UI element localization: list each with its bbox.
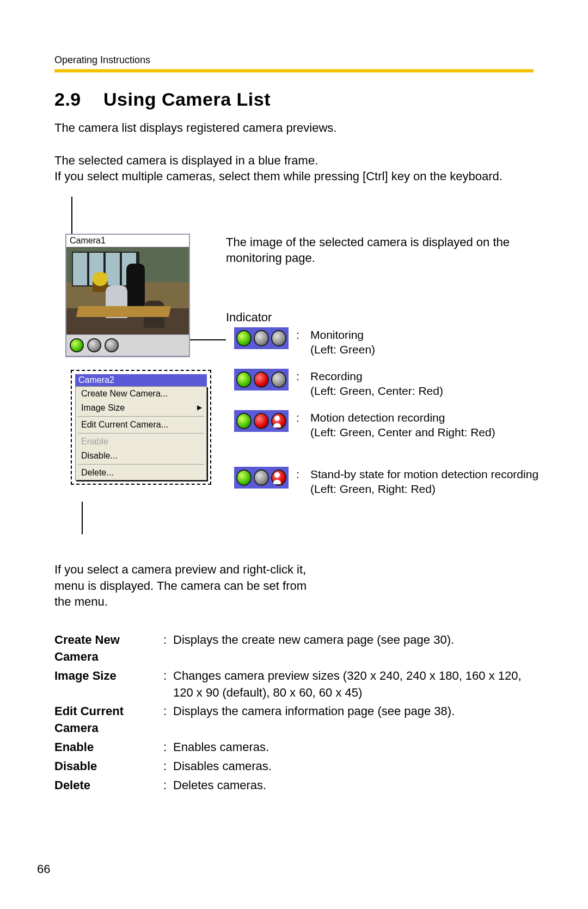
def-term: Disable — [54, 758, 163, 775]
colon: : — [163, 703, 173, 737]
def-row-disable: Disable : Disables cameras. — [54, 758, 534, 775]
indicator-row-standby: : Stand-by state for motion detection re… — [234, 467, 539, 497]
indicator-detail: (Left: Green, Center: Red) — [310, 385, 443, 397]
menu-image-size[interactable]: Image Size ▶ — [76, 401, 206, 415]
indicator-swatch-monitoring — [234, 327, 289, 349]
indicator-swatch-recording — [234, 369, 289, 391]
colon: : — [163, 777, 173, 794]
menu-enable[interactable]: Enable — [76, 435, 206, 449]
indicator-name: Monitoring — [310, 328, 364, 341]
colon: : — [163, 632, 173, 666]
def-desc: Displays the create new camera page (see… — [173, 632, 534, 666]
dot-red-person-icon — [271, 413, 286, 429]
indicator-detail: (Left: Green, Center and Right: Red) — [310, 426, 495, 438]
colon: : — [296, 410, 303, 425]
def-row-create: Create New Camera : Displays the create … — [54, 632, 534, 666]
paragraph-2: The selected camera is displayed in a bl… — [54, 152, 534, 185]
para2-line2: If you select multiple cameras, select t… — [54, 169, 503, 183]
menu-separator — [76, 464, 206, 465]
indicator-desc-monitoring: Monitoring (Left: Green) — [310, 327, 539, 357]
indicator-swatch-motion — [234, 410, 289, 432]
colon: : — [296, 467, 303, 481]
indicator-swatch-standby — [234, 467, 289, 489]
camera1-thumbnail[interactable] — [66, 247, 189, 335]
menu-delete[interactable]: Delete... — [76, 466, 206, 480]
thumb-plant — [93, 272, 108, 292]
def-desc: Displays the camera information page (se… — [173, 703, 534, 737]
dot-green-icon — [236, 330, 252, 346]
figure-area: Camera1 Camera2 Create New Camera... — [54, 197, 534, 551]
def-term: Enable — [54, 739, 163, 756]
dot-green-icon — [236, 469, 252, 486]
indicator-detail: (Left: Green) — [310, 343, 375, 356]
rc-line1: If you select a camera preview and right… — [54, 563, 306, 576]
camera1-label[interactable]: Camera1 — [66, 235, 189, 247]
rc-line2: menu is displayed. The camera can be set… — [54, 579, 307, 593]
def-row-delete: Delete : Deletes cameras. — [54, 777, 534, 794]
dot-red-icon — [254, 413, 269, 429]
indicator-dot-green — [70, 338, 84, 352]
running-head: Operating Instructions — [54, 54, 534, 66]
indicator-row-monitoring: : Monitoring (Left: Green) — [234, 327, 539, 357]
rightclick-paragraph: If you select a camera preview and right… — [54, 562, 392, 610]
indicator-dot-gray — [105, 338, 119, 352]
dot-gray-icon — [254, 469, 269, 486]
section-title-text: Using Camera List — [103, 89, 271, 109]
def-row-edit: Edit Current Camera : Displays the camer… — [54, 703, 534, 737]
page-number: 66 — [37, 862, 50, 876]
camera2-label[interactable]: Camera2 — [75, 374, 207, 386]
para2-line1: The selected camera is displayed in a bl… — [54, 154, 318, 167]
colon: : — [163, 668, 173, 701]
def-term: Edit Current Camera — [54, 703, 163, 737]
definition-list: Create New Camera : Displays the create … — [54, 632, 534, 794]
callout-text-displayed: The image of the selected camera is disp… — [226, 235, 525, 266]
dot-green-icon — [236, 413, 252, 429]
camera1-indicators — [66, 335, 189, 356]
callout-line-bottom — [82, 502, 83, 534]
indicator-name: Stand-by state for motion detection reco… — [310, 468, 538, 480]
menu-disable[interactable]: Disable... — [76, 449, 206, 463]
menu-edit-current-camera[interactable]: Edit Current Camera... — [76, 418, 206, 432]
colon: : — [296, 369, 303, 383]
context-menu-callout: Camera2 Create New Camera... Image Size … — [71, 370, 211, 485]
header-rule — [54, 69, 534, 72]
colon: : — [163, 758, 173, 775]
manual-page: Operating Instructions 2.9Using Camera L… — [0, 0, 588, 909]
def-desc: Changes camera preview sizes (320 x 240,… — [173, 668, 534, 701]
menu-separator — [76, 416, 206, 417]
indicator-name: Motion detection recording — [310, 411, 445, 424]
thumb-table — [76, 306, 171, 317]
def-term: Delete — [54, 777, 163, 794]
def-desc: Disables cameras. — [173, 758, 534, 775]
submenu-arrow-icon: ▶ — [197, 404, 202, 411]
camera-list-panel: Camera1 — [65, 234, 190, 357]
context-menu: Create New Camera... Image Size ▶ Edit C… — [75, 386, 207, 480]
indicator-dot-gray — [87, 338, 101, 352]
section-heading: 2.9Using Camera List — [54, 89, 534, 110]
intro-paragraph: The camera list displays registered came… — [54, 120, 534, 136]
section-number: 2.9 — [54, 89, 103, 110]
colon: : — [163, 739, 173, 756]
dot-gray-icon — [271, 371, 286, 388]
indicator-row-recording: : Recording (Left: Green, Center: Red) — [234, 369, 539, 399]
dot-gray-icon — [254, 330, 269, 346]
def-desc: Enables cameras. — [173, 739, 534, 756]
def-row-enable: Enable : Enables cameras. — [54, 739, 534, 756]
def-row-image-size: Image Size : Changes camera preview size… — [54, 668, 534, 701]
rc-line3: the menu. — [54, 595, 108, 608]
thumb-person-standing — [126, 264, 145, 307]
def-desc: Deletes cameras. — [173, 777, 534, 794]
def-term: Create New Camera — [54, 632, 163, 666]
indicator-desc-motion: Motion detection recording (Left: Green,… — [310, 410, 539, 440]
dot-green-icon — [236, 371, 252, 388]
dot-red-person-icon — [271, 469, 286, 486]
indicator-name: Recording — [310, 370, 363, 382]
menu-separator — [76, 433, 206, 434]
indicator-desc-standby: Stand-by state for motion detection reco… — [310, 467, 539, 497]
def-term: Image Size — [54, 668, 163, 701]
menu-create-new-camera[interactable]: Create New Camera... — [76, 387, 206, 401]
menu-image-size-label: Image Size — [81, 403, 125, 412]
indicator-desc-recording: Recording (Left: Green, Center: Red) — [310, 369, 539, 399]
dot-gray-icon — [271, 330, 286, 346]
indicator-detail: (Left: Green, Right: Red) — [310, 483, 436, 495]
